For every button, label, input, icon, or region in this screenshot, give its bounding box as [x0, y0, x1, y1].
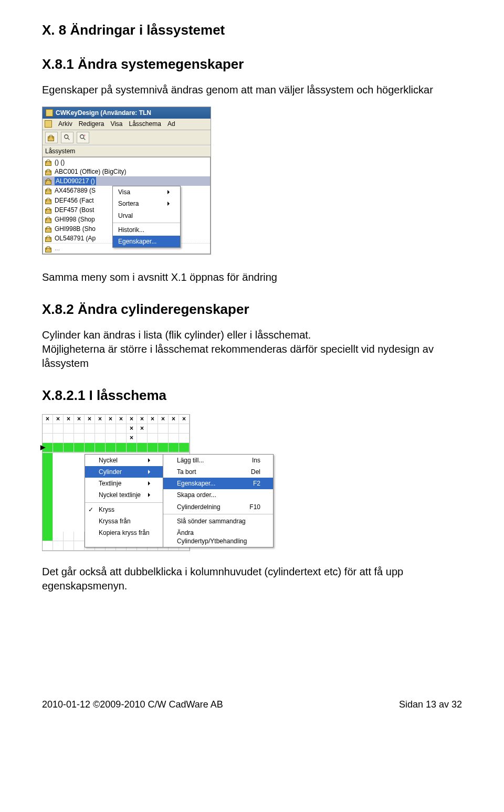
submenu-arrow-icon: [148, 470, 150, 474]
menu-arkiv[interactable]: Arkiv: [58, 120, 72, 128]
tree-item[interactable]: ABC001 (Office) (BigCity): [43, 167, 210, 176]
ctx-historik[interactable]: Historik...: [113, 224, 180, 236]
ctx-label: Ta bort: [177, 468, 196, 476]
tree-item-label: OL548791 (Ap: [55, 234, 96, 242]
titlebar: CWKeyDesign (Användare: TLN: [43, 107, 211, 119]
footer-left: 2010-01-12 ©2009-2010 C/W CadWare AB: [42, 698, 223, 711]
svg-line-3: [83, 138, 86, 140]
tree-item-label: AX4567889 (S: [55, 186, 96, 195]
ctx-cylinderdelning[interactable]: CylinderdelningF10: [163, 501, 273, 513]
ctx-urval[interactable]: Urval: [113, 210, 180, 222]
lock-icon: [45, 246, 52, 252]
lock-icon: [45, 226, 52, 232]
para-4: Det går också att dubbelklicka i kolumnh…: [42, 565, 462, 593]
lock-icon: [45, 159, 52, 165]
menu-ad[interactable]: Ad: [167, 120, 175, 128]
svg-text:+: +: [84, 134, 86, 136]
context-menu: Visa Sortera Urval Historik... Egenskape…: [112, 186, 181, 248]
menubar-icon: [45, 120, 52, 128]
footer-right: Sidan 13 av 32: [399, 698, 462, 711]
ctx-col-left: Nyckel Cylinder Textlinje Nyckel textlin…: [85, 454, 163, 548]
ctx-label: Slå sönder sammandrag: [177, 517, 246, 525]
cylinder-context-menu: Nyckel Cylinder Textlinje Nyckel textlin…: [85, 454, 274, 548]
tree-item-label: ALD090217 (): [55, 177, 96, 185]
menubar: Arkiv Redigera Visa Låsschema Ad: [43, 119, 211, 130]
ctx-label: Lägg till...: [177, 456, 204, 465]
lock-icon: [45, 178, 52, 184]
ctx-sla-sonder[interactable]: Slå sönder sammandrag: [163, 515, 273, 527]
menu-visa[interactable]: Visa: [110, 120, 122, 128]
para-2: Samma meny som i avsnitt X.1 öppnas för …: [42, 270, 462, 284]
ctx-nyckel[interactable]: Nyckel: [85, 455, 163, 466]
submenu-arrow-icon: [148, 458, 150, 462]
ctx-egenskaper[interactable]: Egenskaper...F2: [163, 478, 273, 489]
ctx-visa[interactable]: Visa: [113, 186, 180, 198]
lock-icon: [45, 216, 52, 223]
key-grid-top: ×××××××××××××× ×× × ▶: [43, 415, 190, 453]
shortcut: Del: [251, 468, 260, 476]
submenu-arrow-icon: [167, 202, 170, 206]
ctx-label: Cylinderdelning: [177, 503, 220, 511]
ctx-label: Nyckel textlinje: [99, 491, 141, 499]
lock-icon: [45, 197, 52, 204]
ctx-label: Historik...: [118, 226, 144, 234]
page-footer: 2010-01-12 ©2009-2010 C/W CadWare AB Sid…: [42, 698, 462, 711]
tool-zoom-plus-icon[interactable]: +: [77, 132, 89, 143]
submenu-arrow-icon: [148, 493, 150, 497]
ctx-lagg-till[interactable]: Lägg till...Ins: [163, 455, 273, 466]
menu-redigera[interactable]: Redigera: [79, 120, 104, 128]
ctx-textlinje[interactable]: Textlinje: [85, 478, 163, 489]
ctx-label: Kryssa från: [99, 517, 131, 525]
para-3: Cylinder kan ändras i lista (flik cylind…: [42, 328, 462, 371]
tool-lock-icon[interactable]: [45, 132, 58, 143]
menu-lasschema[interactable]: Låsschema: [129, 120, 161, 128]
lock-icon: [45, 168, 52, 175]
ctx-nyckel-textlinje[interactable]: Nyckel textlinje: [85, 489, 163, 501]
locksystem-tree: () () ABC001 (Office) (BigCity) ALD09021…: [43, 157, 211, 254]
ctx-label: Ändra Cylindertyp/Ytbehandling: [177, 529, 260, 545]
ctx-label: Textlinje: [99, 479, 121, 488]
ctx-egenskaper[interactable]: Egenskaper...: [113, 236, 180, 247]
ctx-ta-bort[interactable]: Ta bortDel: [163, 466, 273, 478]
ctx-label: Kryss: [99, 505, 114, 514]
app-icon: [46, 109, 53, 117]
tree-item-selected[interactable]: ALD090217 () Visa Sortera Urval Historik…: [43, 176, 210, 186]
toolbar: +: [43, 130, 211, 145]
ctx-cylinder[interactable]: Cylinder: [85, 466, 163, 478]
tree-item-label: DEF456 (Fact: [55, 196, 94, 205]
ctx-label: Urval: [118, 212, 133, 220]
ctx-label: Sortera: [118, 199, 139, 208]
ctx-kryssa-fran[interactable]: Kryssa från: [85, 515, 163, 527]
tree-item-label: ABC001 (Office) (BigCity): [55, 167, 126, 176]
ctx-andra-cylindertyp[interactable]: Ändra Cylindertyp/Ytbehandling: [163, 527, 273, 547]
ctx-label: Cylinder: [99, 468, 122, 476]
heading-main: X. 8 Ändringar i låssystemet: [42, 21, 462, 39]
ctx-separator: [163, 514, 273, 514]
ctx-sortera[interactable]: Sortera: [113, 198, 180, 209]
tree-item-label: ...: [55, 244, 60, 252]
lock-icon: [45, 207, 52, 213]
tool-zoom-icon[interactable]: [61, 132, 74, 143]
tree-item-label: GHI998B (Sho: [55, 225, 96, 233]
submenu-arrow-icon: [148, 481, 150, 486]
ctx-kopiera-kryss[interactable]: Kopiera kryss från: [85, 527, 163, 539]
shortcut: F2: [253, 479, 260, 488]
ctx-kryss[interactable]: ✓Kryss: [85, 504, 163, 515]
heading-8-2: X.8.2 Ändra cylinderegenskaper: [42, 300, 462, 319]
lock-icon: [45, 235, 52, 241]
ctx-label: Egenskaper...: [177, 479, 215, 488]
lock-icon: [45, 187, 52, 194]
submenu-arrow-icon: [167, 190, 170, 194]
text: Cylinder kan ändras i lista (flik cylind…: [42, 329, 311, 341]
ctx-label: Skapa order...: [177, 491, 216, 499]
svg-point-0: [65, 134, 68, 138]
ctx-label: Kopiera kryss från: [99, 529, 150, 537]
para-1: Egenskaper på systemnivå ändras genom at…: [42, 83, 462, 97]
svg-line-1: [68, 138, 70, 140]
ctx-label: Nyckel: [99, 456, 118, 465]
text: Möjligheterna är större i låsschemat rek…: [42, 343, 434, 369]
ctx-skapa-order[interactable]: Skapa order...: [163, 489, 273, 501]
check-icon: ✓: [88, 505, 93, 514]
panel-label: Låssystem: [43, 145, 211, 157]
tree-item[interactable]: () (): [43, 157, 210, 167]
